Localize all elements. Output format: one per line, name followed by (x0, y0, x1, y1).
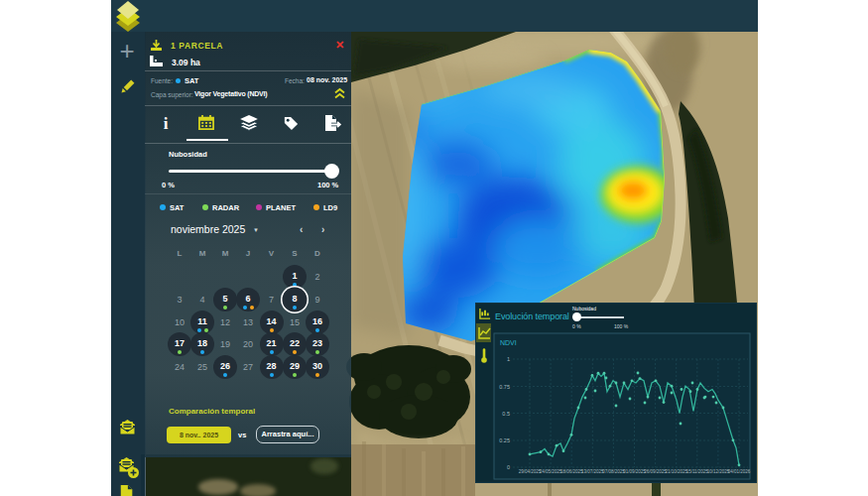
svg-text:29/04/2025: 29/04/2025 (519, 469, 542, 474)
svg-text:26/09/2025: 26/09/2025 (644, 469, 667, 474)
svg-text:24/05/2025: 24/05/2025 (540, 469, 562, 474)
svg-text:10/12/2025: 10/12/2025 (707, 469, 730, 474)
svg-text:07/08/2025: 07/08/2025 (602, 469, 625, 474)
svg-text:1: 1 (507, 356, 510, 362)
svg-text:01/09/2025: 01/09/2025 (623, 469, 646, 474)
svg-text:18/06/2025: 18/06/2025 (560, 469, 583, 474)
svg-text:0: 0 (507, 464, 510, 470)
svg-text:15/11/2025: 15/11/2025 (686, 469, 709, 474)
svg-text:0.75: 0.75 (499, 384, 510, 390)
svg-text:0.5: 0.5 (502, 411, 510, 417)
svg-text:04/01/2026: 04/01/2026 (728, 469, 751, 474)
svg-text:13/07/2025: 13/07/2025 (581, 469, 604, 474)
svg-text:21/10/2025: 21/10/2025 (665, 469, 687, 474)
svg-text:0.25: 0.25 (499, 437, 510, 443)
svg-text:NDVI: NDVI (500, 339, 517, 346)
